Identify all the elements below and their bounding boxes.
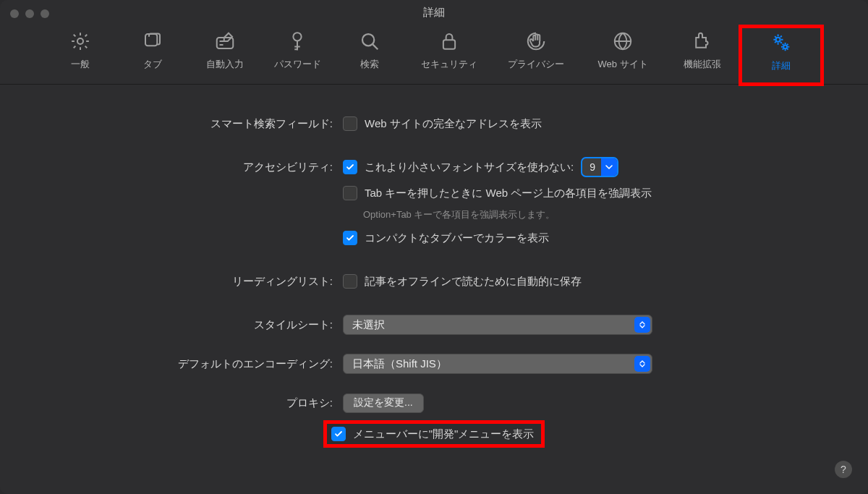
- key-icon: [285, 29, 310, 54]
- proxy-button-label: 設定を変更...: [354, 396, 413, 409]
- gear-icon: [68, 29, 93, 54]
- chevron-updown-icon: [634, 317, 650, 333]
- tab-label: タブ: [143, 58, 162, 71]
- smart-search-label: スマート検索フィールド:: [0, 117, 343, 131]
- help-button[interactable]: ?: [835, 461, 852, 478]
- chevron-down-icon[interactable]: [601, 158, 617, 176]
- help-icon: ?: [841, 464, 846, 475]
- develop-highlight: メニューバーに"開発"メニューを表示: [323, 420, 545, 448]
- tabs-icon: [140, 29, 165, 54]
- svg-point-0: [77, 38, 83, 44]
- svg-point-7: [776, 38, 780, 42]
- tab-label: 機能拡張: [684, 58, 721, 71]
- chevron-updown-icon: [634, 356, 650, 372]
- svg-rect-5: [443, 40, 455, 49]
- row-accessibility: アクセシビリティ: これより小さいフォントサイズを使わない: 9: [0, 157, 868, 177]
- stylesheet-dropdown[interactable]: 未選択: [343, 315, 652, 335]
- tab-hint-text: Option+Tab キーで各項目を強調表示します。: [363, 208, 555, 221]
- window-title: 詳細: [423, 6, 445, 20]
- row-reading-list: リーディングリスト: 記事をオフラインで読むために自動的に保存: [0, 271, 868, 291]
- tab-label: 一般: [71, 58, 90, 71]
- reading-list-label: リーディングリスト:: [0, 275, 343, 289]
- preferences-toolbar: 一般 タブ 自動入力 パスワード 検索: [0, 20, 868, 85]
- row-develop-menu: メニューバーに"開発"メニューを表示: [0, 420, 868, 448]
- encoding-value: 日本語（Shift JIS）: [352, 357, 447, 371]
- titlebar: 詳細: [0, 0, 868, 20]
- hand-icon: [524, 29, 548, 54]
- tab-passwords[interactable]: パスワード: [261, 25, 333, 80]
- tab-label: プライバシー: [508, 58, 564, 71]
- tab-label: 詳細: [772, 59, 791, 72]
- row-tab-highlight: Tab キーを押したときに Web ページ上の各項目を強調表示: [0, 183, 868, 203]
- offline-reading-checkbox[interactable]: [343, 274, 357, 289]
- tab-autofill[interactable]: 自動入力: [189, 25, 261, 80]
- accessibility-label: アクセシビリティ:: [0, 161, 343, 174]
- tab-websites[interactable]: Web サイト: [579, 25, 666, 80]
- tab-extensions[interactable]: 機能拡張: [666, 25, 739, 80]
- tab-advanced[interactable]: 詳細: [739, 25, 824, 86]
- svg-rect-1: [145, 34, 157, 46]
- show-full-url-label: Web サイトの完全なアドレスを表示: [365, 117, 542, 131]
- row-proxy: プロキシ: 設定を変更...: [0, 393, 868, 413]
- stylesheet-value: 未選択: [352, 318, 385, 332]
- minimize-icon[interactable]: [25, 9, 34, 18]
- min-font-checkbox[interactable]: [343, 160, 357, 174]
- tab-tabs[interactable]: タブ: [116, 25, 189, 80]
- develop-menu-checkbox[interactable]: [331, 427, 346, 441]
- develop-menu-label: メニューバーに"開発"メニューを表示: [353, 427, 535, 441]
- stylesheet-label: スタイルシート:: [0, 318, 343, 332]
- window-controls: [10, 9, 49, 18]
- close-icon[interactable]: [10, 9, 19, 18]
- min-font-label: これより小さいフォントサイズを使わない:: [365, 161, 574, 174]
- svg-point-4: [362, 34, 374, 46]
- content-area: スマート検索フィールド: Web サイトの完全なアドレスを表示 アクセシビリティ…: [0, 85, 868, 448]
- preferences-window: 詳細 一般 タブ 自動入力 パスワード: [0, 0, 868, 494]
- compact-color-label: コンパクトなタブバーでカラーを表示: [365, 231, 549, 245]
- search-icon: [357, 29, 382, 54]
- encoding-label: デフォルトのエンコーディング:: [0, 357, 343, 371]
- encoding-dropdown[interactable]: 日本語（Shift JIS）: [343, 354, 652, 374]
- svg-point-3: [293, 33, 301, 41]
- gears-icon: [769, 30, 793, 55]
- row-smart-search: スマート検索フィールド: Web サイトの完全なアドレスを表示: [0, 114, 868, 134]
- pencil-card-icon: [213, 29, 237, 54]
- tab-highlight-label: Tab キーを押したときに Web ページ上の各項目を強調表示: [365, 187, 652, 200]
- offline-reading-label: 記事をオフラインで読むために自動的に保存: [365, 275, 582, 289]
- tab-label: Web サイト: [597, 58, 647, 71]
- tab-highlight-checkbox[interactable]: [343, 186, 357, 200]
- row-encoding: デフォルトのエンコーディング: 日本語（Shift JIS）: [0, 354, 868, 374]
- row-stylesheet: スタイルシート: 未選択: [0, 315, 868, 335]
- globe-icon: [610, 29, 635, 54]
- tab-search[interactable]: 検索: [333, 25, 406, 80]
- row-tab-hint: Option+Tab キーで各項目を強調表示します。: [0, 208, 868, 222]
- min-font-value: 9: [582, 161, 601, 173]
- compact-color-checkbox[interactable]: [343, 231, 357, 245]
- show-full-url-checkbox[interactable]: [343, 116, 357, 131]
- lock-icon: [437, 29, 461, 54]
- min-font-size-stepper[interactable]: 9: [581, 157, 618, 177]
- row-compact-color: コンパクトなタブバーでカラーを表示: [0, 228, 868, 248]
- tab-privacy[interactable]: プライバシー: [493, 25, 579, 80]
- tab-label: パスワード: [274, 58, 321, 71]
- tab-label: セキュリティ: [421, 58, 477, 71]
- tab-label: 自動入力: [206, 58, 244, 71]
- zoom-icon[interactable]: [41, 9, 49, 18]
- puzzle-icon: [690, 29, 715, 54]
- proxy-label: プロキシ:: [0, 396, 343, 410]
- tab-security[interactable]: セキュリティ: [406, 25, 493, 80]
- tab-general[interactable]: 一般: [44, 25, 116, 80]
- proxy-settings-button[interactable]: 設定を変更...: [343, 393, 424, 413]
- svg-point-8: [783, 45, 787, 48]
- tab-label: 検索: [360, 58, 379, 71]
